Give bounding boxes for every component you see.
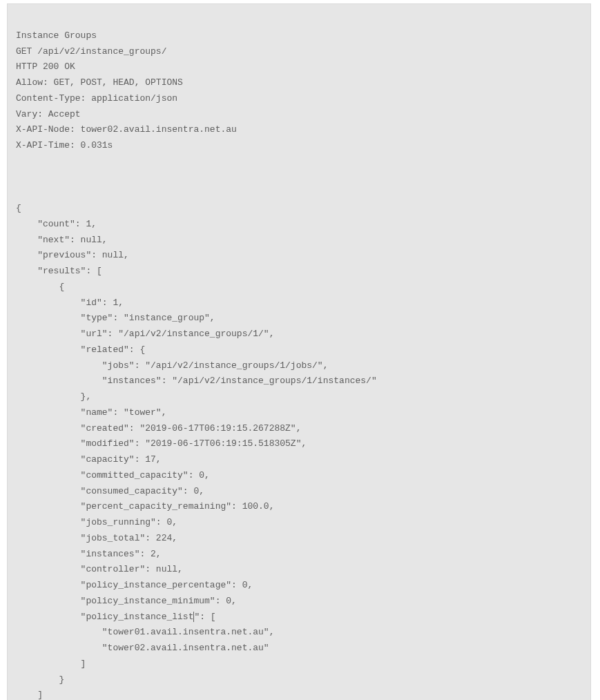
json-jobs-total: "jobs_total": 224, [16, 533, 177, 543]
header-allow: Allow: GET, POST, HEAD, OPTIONS [16, 77, 183, 88]
request-line: GET /api/v2/instance_groups/ [16, 46, 166, 57]
json-count: "count": 1, [16, 219, 97, 229]
json-open: { [16, 203, 21, 213]
json-instances: "instances": 2, [16, 549, 162, 559]
json-item-close: } [16, 674, 64, 685]
header-x-api-node: X-API-Node: tower02.avail.insentra.net.a… [16, 124, 237, 135]
json-policy-item-1: "tower01.avail.insentra.net.au", [16, 627, 274, 637]
api-response-panel: Instance Groups GET /api/v2/instance_gro… [7, 3, 591, 700]
json-policy-list-open-suffix: ": [ [194, 612, 215, 622]
header-vary: Vary: Accept [16, 109, 81, 119]
json-policy-list-close: ] [16, 659, 86, 669]
json-related-close: }, [16, 391, 91, 402]
json-results-open: "results": [ [16, 266, 102, 276]
json-consumed: "consumed_capacity": 0, [16, 486, 204, 496]
json-previous: "previous": null, [16, 250, 129, 260]
json-controller: "controller": null, [16, 564, 183, 574]
header-x-api-time: X-API-Time: 0.031s [16, 140, 113, 150]
json-related-instances: "instances": "/api/v2/instance_groups/1/… [16, 376, 377, 386]
status-line: HTTP 200 OK [16, 61, 75, 72]
json-policy-pct: "policy_instance_percentage": 0, [16, 580, 253, 590]
json-next: "next": null, [16, 235, 108, 245]
json-related-jobs: "jobs": "/api/v2/instance_groups/1/jobs/… [16, 360, 328, 371]
json-committed: "committed_capacity": 0, [16, 470, 210, 480]
header-content-type: Content-Type: application/json [16, 93, 177, 104]
json-percent: "percent_capacity_remaining": 100.0, [16, 501, 274, 512]
json-id: "id": 1, [16, 298, 124, 308]
json-url: "url": "/api/v2/instance_groups/1/", [16, 329, 274, 339]
json-item-open: { [16, 282, 64, 292]
json-modified: "modified": "2019-06-17T06:19:15.518305Z… [16, 438, 307, 449]
json-policy-item-2: "tower02.avail.insentra.net.au" [16, 643, 269, 653]
json-capacity: "capacity": 17, [16, 454, 162, 465]
json-type: "type": "instance_group", [16, 313, 215, 323]
response-title: Instance Groups [16, 30, 97, 41]
json-policy-min: "policy_instance_minimum": 0, [16, 596, 237, 606]
json-policy-list-open-prefix: "policy_instance_list [16, 612, 193, 622]
json-created: "created": "2019-06-17T06:19:15.267288Z"… [16, 423, 301, 434]
json-jobs-running: "jobs_running": 0, [16, 517, 177, 527]
json-name: "name": "tower", [16, 407, 166, 418]
json-results-close: ] [16, 690, 43, 700]
json-related-open: "related": { [16, 344, 145, 355]
